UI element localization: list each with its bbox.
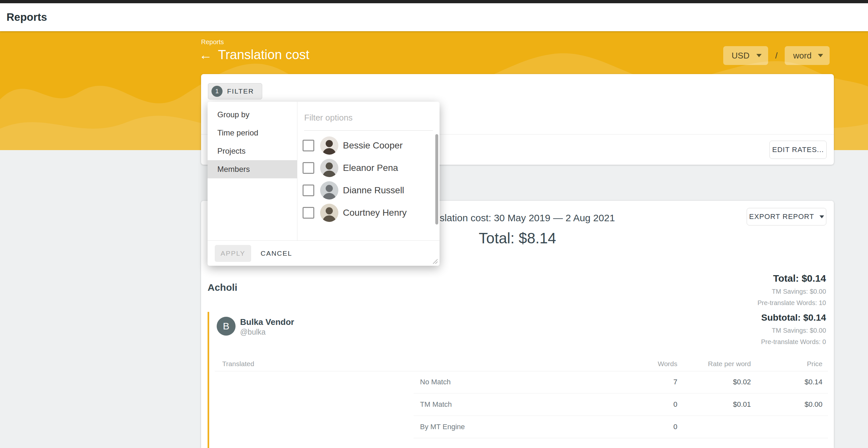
chevron-down-icon — [818, 54, 823, 57]
slash-separator: / — [775, 51, 778, 61]
column-header-translated: Translated — [222, 360, 254, 368]
resize-handle-icon[interactable] — [432, 258, 438, 264]
vendor-handle: @bulka — [240, 328, 266, 337]
column-header-words: Words — [658, 360, 677, 368]
member-name: Eleanor Pena — [343, 163, 398, 173]
panel-footer-divider — [208, 240, 439, 241]
vendor-pretranslate-words: Pre-translate Words: 0 — [761, 338, 826, 346]
member-list-item[interactable]: Bessie Cooper — [303, 134, 439, 157]
vendor-subtotal: Subtotal: $0.14 — [761, 313, 826, 323]
row-rate: $0.02 — [733, 378, 751, 386]
table-body: No Match 7 $0.02 $0.14 TM Match 0 $0.01 … — [413, 371, 828, 438]
filter-dropdown-panel: Group by Time period Projects Members Fi… — [208, 102, 439, 266]
row-words: 0 — [674, 400, 677, 409]
top-strip — [0, 0, 868, 3]
table-header-row: Translated Words Rate per word Price — [222, 360, 828, 370]
filter-button-label: FILTER — [227, 88, 254, 95]
currency-select[interactable]: USD — [723, 46, 768, 65]
avatar — [320, 181, 338, 200]
language-totals: Total: $0.14 TM Savings: $0.00 Pre-trans… — [757, 273, 826, 307]
filter-button[interactable]: 1 FILTER — [208, 83, 262, 99]
chevron-down-icon — [819, 215, 824, 218]
app-bar: Reports — [0, 3, 868, 31]
member-list-item[interactable]: Courtney Henry — [303, 201, 439, 224]
row-rate: $0.01 — [733, 400, 751, 409]
avatar — [320, 136, 338, 154]
apply-button[interactable]: APPLY — [215, 245, 251, 262]
vendor-avatar: B — [217, 317, 236, 336]
edit-rates-button[interactable]: EDIT RATES... — [769, 141, 827, 159]
filter-category-group-by[interactable]: Group by — [208, 106, 297, 124]
table-row: TM Match 0 $0.01 $0.00 — [413, 393, 828, 416]
column-header-price: Price — [807, 360, 823, 368]
language-total: Total: $0.14 — [757, 273, 826, 284]
row-price: $0.14 — [805, 378, 823, 386]
avatar — [320, 159, 338, 177]
export-report-button[interactable]: EXPORT REPORT — [747, 208, 826, 226]
language-name: Acholi — [208, 282, 238, 293]
table-row: No Match 7 $0.02 $0.14 — [413, 371, 828, 393]
filter-category-projects[interactable]: Projects — [208, 142, 297, 160]
member-name: Dianne Russell — [343, 185, 404, 196]
filter-category-list: Group by Time period Projects Members — [208, 102, 297, 240]
breadcrumb[interactable]: Reports — [201, 38, 224, 46]
avatar — [320, 204, 338, 222]
filter-count-badge: 1 — [212, 86, 222, 97]
filter-options-input[interactable]: Filter options — [304, 113, 353, 123]
row-price: $0.00 — [805, 400, 823, 409]
checkbox-icon[interactable] — [303, 162, 314, 174]
row-words: 7 — [674, 378, 677, 386]
vendor-name: Bulka Vendor — [240, 317, 294, 327]
member-name: Courtney Henry — [343, 208, 407, 218]
page-title: Reports — [6, 11, 47, 23]
vendor-accent-border — [208, 312, 209, 448]
filter-category-time-period[interactable]: Time period — [208, 124, 297, 142]
member-name: Bessie Cooper — [343, 140, 403, 151]
row-label: By MT Engine — [420, 423, 465, 431]
vendor-totals: Subtotal: $0.14 TM Savings: $0.00 Pre-tr… — [761, 313, 826, 346]
cancel-button[interactable]: CANCEL — [260, 245, 292, 262]
currency-value: USD — [732, 51, 750, 61]
row-words: 0 — [674, 423, 677, 431]
language-pretranslate-words: Pre-translate Words: 10 — [757, 299, 826, 307]
member-list: Bessie Cooper Eleanor Pena Dianne Russel… — [303, 134, 439, 224]
column-header-rate: Rate per word — [708, 360, 751, 368]
row-label: No Match — [420, 378, 451, 386]
checkbox-icon[interactable] — [303, 140, 314, 151]
member-list-item[interactable]: Eleanor Pena — [303, 157, 439, 179]
report-title: Translation cost — [218, 47, 309, 62]
unit-value: word — [793, 51, 811, 61]
filter-options-underline — [304, 130, 433, 131]
chevron-down-icon — [756, 54, 762, 57]
export-report-label: EXPORT REPORT — [749, 212, 814, 221]
table-row: By MT Engine 0 — [413, 416, 828, 438]
vendor-tm-savings: TM Savings: $0.00 — [761, 327, 826, 334]
unit-select[interactable]: word — [785, 46, 830, 65]
back-arrow-icon[interactable]: ← — [199, 48, 212, 61]
language-tm-savings: TM Savings: $0.00 — [757, 288, 826, 295]
checkbox-icon[interactable] — [303, 184, 314, 196]
checkbox-icon[interactable] — [303, 207, 314, 219]
scrollbar[interactable] — [435, 134, 438, 225]
filter-category-members[interactable]: Members — [208, 160, 297, 178]
row-label: TM Match — [420, 400, 452, 409]
member-list-item[interactable]: Dianne Russell — [303, 179, 439, 201]
